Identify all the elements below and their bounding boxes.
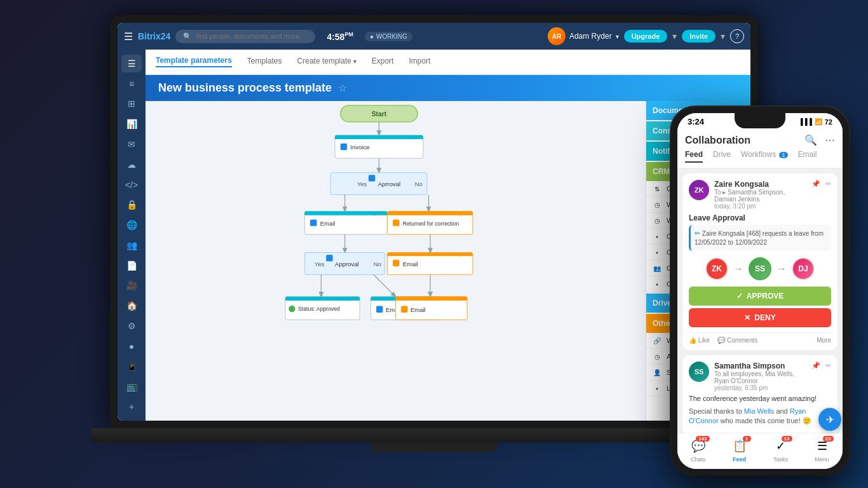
invite-button[interactable]: Invite xyxy=(682,30,715,43)
feed-pin2-icon[interactable]: 📌 xyxy=(811,362,820,370)
nav-chats[interactable]: 💬 143 Chats xyxy=(689,437,707,463)
deny-button[interactable]: ✕ DENY xyxy=(689,308,831,327)
svg-text:_ □ ×: _ □ × xyxy=(430,297,440,301)
phone-feed: ZK Zaire Kongsala To ▸ Samantha Simpson,… xyxy=(677,168,843,433)
feed-badge: 1 xyxy=(743,436,750,442)
nav-menu[interactable]: ☰ 23 Menu xyxy=(813,437,831,463)
sidebar-icon-doc[interactable]: 📄 xyxy=(121,257,142,274)
svg-text:_ □ ×: _ □ × xyxy=(455,297,465,301)
sidebar-icon-chart[interactable]: 📊 xyxy=(121,115,142,133)
svg-text:No: No xyxy=(374,261,381,268)
working-badge: ●WORKING xyxy=(365,32,412,41)
svg-text:_ □ ×: _ □ × xyxy=(412,136,421,140)
comments-action[interactable]: 💬 Comments xyxy=(717,337,757,344)
phone-tab-drive[interactable]: Drive xyxy=(713,150,731,163)
feed-avatar-zaire: ZK xyxy=(689,180,709,200)
approve-button[interactable]: ✓ APPROVE xyxy=(689,287,831,306)
content-area: Template parameters Templates Create tem… xyxy=(146,50,750,421)
tasks-icon: ✓ 13 xyxy=(772,437,790,455)
sidebar-icon-dot[interactable]: ● xyxy=(121,337,142,355)
svg-rect-24 xyxy=(387,211,472,215)
time-display: 4:58PM xyxy=(327,31,353,42)
clock-icon: ◷ xyxy=(653,200,661,209)
tab-export[interactable]: Export xyxy=(372,57,394,67)
more-action[interactable]: More xyxy=(817,337,831,344)
page-title: New business process template xyxy=(158,81,332,95)
feed-post-body-2: The conference yesterday went amazing! S… xyxy=(689,391,831,428)
x-icon: ✕ xyxy=(744,313,750,322)
sidebar-icon-gear[interactable]: ⚙ xyxy=(121,317,142,335)
nav-tasks[interactable]: ✓ 13 Tasks xyxy=(772,437,790,463)
sidebar-icon-people[interactable]: 👥 xyxy=(121,236,142,254)
approver-avatar-2: SS xyxy=(749,257,771,280)
sidebar-icon-mail[interactable]: ✉ xyxy=(121,135,142,153)
laptop-bezel: ☰ Bitrix24 🔍 4:58PM ●WORKING AR xyxy=(110,15,758,428)
phone-header: Collaboration 🔍 ⋯ Feed Drive Workflows 1… xyxy=(677,129,843,168)
search-input[interactable] xyxy=(196,32,308,40)
tab-import[interactable]: Import xyxy=(409,57,430,67)
tab-bar: Template parameters Templates Create tem… xyxy=(146,50,750,75)
help-button[interactable]: ? xyxy=(730,29,744,43)
phone-search-icon[interactable]: 🔍 xyxy=(804,134,817,146)
phone-container: 3:24 ▐▐▐ 📶 72 Collaboration 🔍 ⋯ Feed Dri… xyxy=(671,107,849,475)
nav-feed[interactable]: 📋 1 Feed xyxy=(731,437,749,463)
phone-tab-email[interactable]: Email xyxy=(798,150,817,163)
sidebar-icon-cloud[interactable]: ☁ xyxy=(121,156,142,173)
sidebar-icon-display[interactable]: 📺 xyxy=(121,378,142,396)
sidebar-icon-grid[interactable]: ⊞ xyxy=(121,95,142,113)
feed-actions-1: 👍 Like 💬 Comments More xyxy=(689,332,831,344)
approve-label: APPROVE xyxy=(747,292,784,301)
sidebar-icon-code[interactable]: </> xyxy=(121,176,142,194)
upgrade-button[interactable]: Upgrade xyxy=(624,30,668,43)
svg-rect-39 xyxy=(393,260,399,266)
sidebar-icon-phone[interactable]: 📱 xyxy=(121,358,142,376)
tab-templates[interactable]: Templates xyxy=(247,57,282,67)
phone-screen: 3:24 ▐▐▐ 📶 72 Collaboration 🔍 ⋯ Feed Dri… xyxy=(677,113,843,469)
phone-tabs: Feed Drive Workflows 1 Email xyxy=(685,150,835,163)
checkmark-icon: ✓ xyxy=(736,292,743,301)
log-icon: ▪ xyxy=(653,384,661,393)
menu-icon[interactable]: ☰ xyxy=(124,30,133,43)
feed-edit-icon[interactable]: ✏ xyxy=(825,180,831,188)
svg-rect-12 xyxy=(369,175,375,181)
upgrade-dropdown-icon[interactable]: ▾ xyxy=(672,31,677,41)
like-action[interactable]: 👍 Like xyxy=(689,337,710,344)
feed-pin-icon[interactable]: 📌 xyxy=(811,180,820,188)
svg-rect-58 xyxy=(396,297,468,301)
sidebar-icon-lock[interactable]: 🔒 xyxy=(121,196,142,214)
phone-tab-workflows[interactable]: Workflows 1 xyxy=(741,150,787,163)
invite-dropdown-icon[interactable]: ▾ xyxy=(721,31,725,41)
sidebar-icon-menu[interactable]: ☰ xyxy=(121,55,142,72)
sidebar-icon-globe[interactable]: 🌐 xyxy=(121,216,142,234)
tab-template-parameters[interactable]: Template parameters xyxy=(156,56,232,67)
sidebar-icon-add[interactable]: + xyxy=(121,398,142,416)
svg-text:_ □ ×: _ □ × xyxy=(459,253,468,257)
svg-rect-0 xyxy=(341,105,417,122)
feed-avatar-samantha: SS xyxy=(689,362,709,382)
svg-text:Invoice: Invoice xyxy=(350,144,369,151)
sidebar-icon-filter[interactable]: ≡ xyxy=(121,75,142,93)
svg-rect-10 xyxy=(330,173,427,195)
sidebar-icon-home[interactable]: 🏠 xyxy=(121,297,142,315)
svg-rect-6 xyxy=(341,144,347,150)
favorite-star-icon[interactable]: ☆ xyxy=(338,82,347,94)
employee-icon: 👤 xyxy=(653,368,661,377)
phone-more-icon[interactable]: ⋯ xyxy=(825,134,835,146)
svg-text:Yes: Yes xyxy=(315,261,325,268)
compose-fab-button[interactable]: ✈ xyxy=(818,408,841,431)
search-bar[interactable]: 🔍 xyxy=(175,30,315,43)
svg-text:Aprroval: Aprroval xyxy=(378,180,400,187)
user-dropdown-icon[interactable]: ▾ xyxy=(616,33,619,40)
phone-app-title: Collaboration xyxy=(685,135,750,146)
sidebar-icon-video[interactable]: 🎥 xyxy=(121,277,142,295)
feed-author-row-1: ZK Zaire Kongsala To ▸ Samantha Simpson,… xyxy=(689,180,831,210)
svg-rect-20 xyxy=(310,219,316,226)
feed-author-name-1: Zaire Kongsala xyxy=(714,180,806,189)
phone-tab-feed[interactable]: Feed xyxy=(685,150,703,163)
deal-icon: ▪ xyxy=(653,280,661,288)
svg-text:Email: Email xyxy=(403,261,418,268)
feed-edit2-icon[interactable]: ✏ xyxy=(825,362,831,370)
left-sidebar: ☰ ≡ ⊞ 📊 ✉ ☁ </> 🔒 🌐 👥 📄 🎥 🏠 ⚙ ● 📱 xyxy=(118,50,146,421)
feed-icon: 📋 1 xyxy=(731,437,749,455)
tab-create-template[interactable]: Create template xyxy=(297,57,356,67)
